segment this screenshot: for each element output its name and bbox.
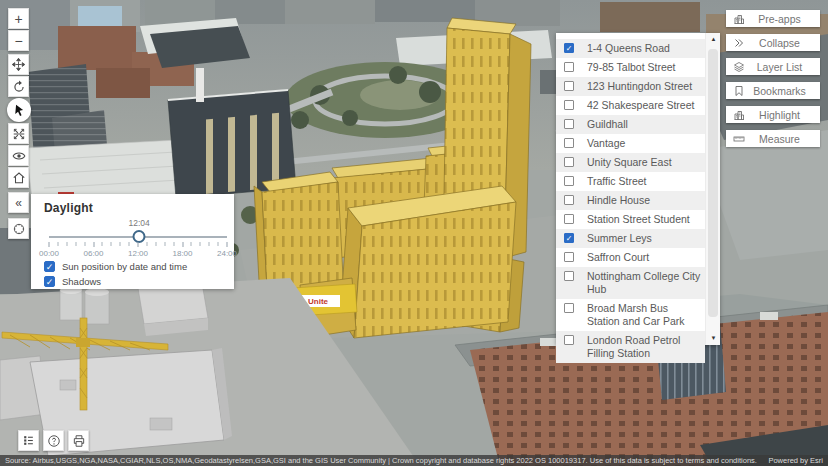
daylight-option[interactable]: ✓Sun position by date and time bbox=[44, 261, 224, 272]
layer-item-checkbox[interactable] bbox=[564, 195, 574, 205]
layer-list-item[interactable]: ✓1-4 Queens Road bbox=[556, 39, 705, 58]
slider-tick-label: 06:00 bbox=[83, 249, 103, 258]
layer-item-checkbox[interactable]: ✓ bbox=[564, 43, 574, 53]
layer-item-label: London Road Petrol Filling Station bbox=[587, 334, 701, 360]
print-button[interactable] bbox=[68, 430, 89, 451]
buildings-icon bbox=[732, 12, 745, 25]
minus-icon: − bbox=[14, 33, 22, 49]
widget-controller: « bbox=[8, 192, 29, 244]
layer-list-scrollbar[interactable]: ▲ ▼ bbox=[705, 33, 720, 345]
slider-tick bbox=[164, 242, 165, 246]
daylight-option-label: Shadows bbox=[62, 276, 101, 287]
cursor-icon bbox=[12, 103, 26, 117]
action-button-label: Highlight bbox=[745, 109, 820, 121]
layer-item-checkbox[interactable] bbox=[564, 214, 574, 224]
action-button-label: Measure bbox=[745, 133, 820, 145]
clock-icon bbox=[12, 222, 26, 236]
layer-item-checkbox[interactable] bbox=[564, 252, 574, 262]
action-button-pre-apps[interactable]: Pre-apps bbox=[726, 10, 820, 27]
action-button-stack: Pre-apps Collapse Layer List Bookmarks H… bbox=[726, 10, 820, 154]
zoom-out-button[interactable]: − bbox=[8, 30, 29, 51]
layer-list-item[interactable]: Saffron Court bbox=[556, 248, 705, 267]
daylight-widget-button[interactable] bbox=[8, 218, 29, 239]
layer-item-checkbox[interactable] bbox=[564, 100, 574, 110]
layer-item-label: Traffic Street bbox=[587, 175, 701, 188]
scroll-up-icon[interactable]: ▲ bbox=[706, 33, 721, 46]
slider-tick-label: 24:00 bbox=[217, 249, 237, 258]
layer-item-checkbox[interactable] bbox=[564, 157, 574, 167]
layer-list-item[interactable]: Guildhall bbox=[556, 115, 705, 134]
visibility-button[interactable] bbox=[8, 145, 29, 166]
slider-tick bbox=[218, 242, 219, 246]
layer-list-item[interactable]: London Road Petrol Filling Station bbox=[556, 331, 705, 363]
layer-list-item[interactable]: 42 Shakespeare Street bbox=[556, 96, 705, 115]
layer-item-checkbox[interactable] bbox=[564, 335, 574, 345]
slider-tick bbox=[182, 242, 183, 247]
layer-item-checkbox[interactable] bbox=[564, 81, 574, 91]
action-button-collapse[interactable]: Collapse bbox=[726, 34, 820, 51]
ruler-icon bbox=[732, 132, 745, 145]
action-button-bookmarks[interactable]: Bookmarks bbox=[726, 82, 820, 99]
plus-icon: + bbox=[14, 11, 22, 27]
layer-list-item[interactable]: Broad Marsh Bus Station and Car Park bbox=[556, 299, 705, 331]
layer-list-item[interactable]: 79-85 Talbot Street bbox=[556, 58, 705, 77]
layer-item-checkbox[interactable]: ✓ bbox=[564, 233, 574, 243]
daylight-option-checkbox[interactable]: ✓ bbox=[44, 276, 55, 287]
layer-list-item[interactable]: Station Street Student bbox=[556, 210, 705, 229]
double-chevron-right-icon bbox=[732, 36, 745, 49]
map-toolbar: + − bbox=[8, 8, 29, 189]
layer-item-checkbox[interactable] bbox=[564, 138, 574, 148]
layer-item-label: Hindle House bbox=[587, 194, 701, 207]
powered-by-esri[interactable]: Powered by Esri bbox=[758, 456, 823, 465]
attribution-source: Source: Airbus,USGS,NGA,NASA,CGIAR,NLS,O… bbox=[5, 456, 757, 465]
layer-list-item[interactable]: Unity Square East bbox=[556, 153, 705, 172]
buildings-icon bbox=[732, 108, 745, 121]
layer-item-label: Vantage bbox=[587, 137, 701, 150]
bookmark-icon bbox=[732, 84, 745, 97]
home-icon bbox=[12, 171, 26, 185]
layer-item-checkbox[interactable] bbox=[564, 176, 574, 186]
fixed-extent-button[interactable] bbox=[8, 123, 29, 144]
slider-tick bbox=[49, 242, 50, 247]
action-button-label: Collapse bbox=[745, 37, 820, 49]
layer-item-checkbox[interactable] bbox=[564, 119, 574, 129]
scrollbar-thumb[interactable] bbox=[708, 49, 718, 317]
help-button[interactable] bbox=[43, 430, 64, 451]
navigation-cursor-button[interactable] bbox=[7, 98, 31, 122]
layer-item-label: Saffron Court bbox=[587, 251, 701, 264]
help-icon bbox=[47, 434, 61, 448]
slider-tick bbox=[191, 242, 192, 246]
layer-item-label: Unity Square East bbox=[587, 156, 701, 169]
slider-tick bbox=[173, 242, 174, 246]
layer-item-checkbox[interactable] bbox=[564, 62, 574, 72]
scroll-down-icon[interactable]: ▼ bbox=[706, 332, 721, 345]
layer-list-item[interactable]: Traffic Street bbox=[556, 172, 705, 191]
layer-item-checkbox[interactable] bbox=[564, 271, 574, 281]
daylight-option[interactable]: ✓Shadows bbox=[44, 276, 224, 287]
action-button-layer-list[interactable]: Layer List bbox=[726, 58, 820, 75]
layer-list-items: ✓1-4 Queens Road79-85 Talbot Street123 H… bbox=[556, 39, 705, 363]
time-slider-labels: 00:0006:0012:0018:0024:00 bbox=[49, 249, 227, 258]
legend-button[interactable] bbox=[18, 430, 39, 451]
layer-list-item[interactable]: ✓Summer Leys bbox=[556, 229, 705, 248]
rotate-button[interactable] bbox=[8, 76, 29, 97]
layer-item-label: Nottingham College City Hub bbox=[587, 270, 701, 296]
layer-item-checkbox[interactable] bbox=[564, 303, 574, 313]
layer-item-label: 123 Huntingdon Street bbox=[587, 80, 701, 93]
layer-checklist-panel: ✓1-4 Queens Road79-85 Talbot Street123 H… bbox=[556, 33, 720, 345]
daylight-option-checkbox[interactable]: ✓ bbox=[44, 261, 55, 272]
layer-list-item[interactable]: 123 Huntingdon Street bbox=[556, 77, 705, 96]
action-button-highlight[interactable]: Highlight bbox=[726, 106, 820, 123]
zoom-in-button[interactable]: + bbox=[8, 8, 29, 29]
pan-button[interactable] bbox=[8, 54, 29, 75]
slider-tick bbox=[57, 242, 58, 246]
layer-list-item[interactable]: Vantage bbox=[556, 134, 705, 153]
home-button[interactable] bbox=[8, 167, 29, 188]
layer-list-item[interactable]: Hindle House bbox=[556, 191, 705, 210]
collapse-widget-button[interactable]: « bbox=[8, 192, 29, 213]
slider-tick-label: 00:00 bbox=[39, 249, 59, 258]
layer-item-label: Station Street Student bbox=[587, 213, 701, 226]
action-button-measure[interactable]: Measure bbox=[726, 130, 820, 147]
daylight-option-label: Sun position by date and time bbox=[62, 261, 187, 272]
layer-list-item[interactable]: Nottingham College City Hub bbox=[556, 267, 705, 299]
